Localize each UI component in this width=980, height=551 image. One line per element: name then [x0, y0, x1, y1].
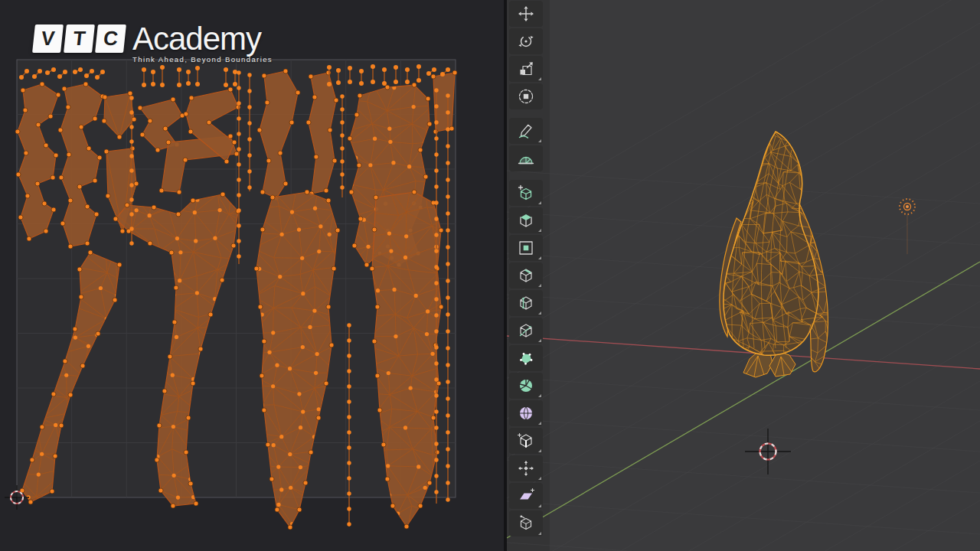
- rip-region-icon: [517, 514, 535, 533]
- tool-options-corner: [538, 339, 541, 342]
- tool-knife[interactable]: [509, 318, 543, 344]
- tool-inset[interactable]: [509, 235, 543, 261]
- shrink-fatten-icon: [517, 459, 535, 478]
- tool-loop-cut[interactable]: [509, 290, 543, 316]
- add-cube-icon: [517, 184, 535, 202]
- 3d-viewport-canvas[interactable]: [505, 0, 980, 551]
- tool-spin[interactable]: [509, 373, 543, 399]
- tool-move[interactable]: [509, 1, 543, 27]
- tool-options-corner: [538, 256, 541, 259]
- tool-extrude[interactable]: [509, 207, 543, 233]
- tool-annotate[interactable]: [509, 118, 543, 144]
- tool-options-corner: [538, 449, 541, 452]
- toolbar: [509, 1, 543, 538]
- tool-options-corner: [538, 77, 541, 80]
- tool-options-corner: [538, 477, 541, 480]
- editor-separator[interactable]: [504, 0, 507, 551]
- knife-icon: [517, 321, 535, 340]
- tool-options-corner: [538, 284, 541, 287]
- logo-letter-v: V: [32, 24, 64, 53]
- scale-icon: [517, 60, 535, 78]
- tool-options-corner: [538, 229, 541, 232]
- logo-brand-wrap: Academy Think Ahead, Beyond Boundaries: [132, 24, 273, 64]
- tool-options-corner: [538, 504, 541, 507]
- logo-tagline: Think Ahead, Beyond Boundaries: [132, 55, 273, 64]
- transform-icon: [517, 87, 535, 106]
- tool-shear[interactable]: [509, 483, 543, 509]
- blender-workspace: V T C Academy Think Ahead, Beyond Bounda…: [0, 0, 980, 551]
- bevel-icon: [517, 266, 535, 285]
- tool-options-corner: [538, 532, 541, 535]
- shear-icon: [517, 487, 535, 505]
- inset-icon: [517, 239, 535, 257]
- logo-letter-c: C: [95, 24, 126, 53]
- tool-options-corner: [538, 394, 541, 397]
- tool-add-cube[interactable]: [509, 180, 543, 206]
- measure-icon: [517, 149, 535, 168]
- extrude-icon: [517, 211, 535, 230]
- tool-rotate[interactable]: [509, 28, 543, 54]
- logo-letter-t: T: [64, 24, 95, 53]
- tool-options-corner: [538, 201, 541, 204]
- tool-bevel[interactable]: [509, 262, 543, 289]
- tool-options-corner: [538, 311, 541, 315]
- tool-options-corner: [538, 422, 541, 425]
- tool-scale[interactable]: [509, 56, 543, 82]
- tool-transform[interactable]: [509, 83, 543, 109]
- vtc-academy-logo: V T C Academy Think Ahead, Beyond Bounda…: [34, 24, 273, 64]
- logo-brand-text: Academy: [132, 24, 273, 53]
- tool-measure[interactable]: [509, 145, 543, 171]
- spin-icon: [517, 377, 535, 395]
- workspace-canvas[interactable]: [0, 0, 980, 551]
- annotate-icon: [517, 122, 535, 140]
- move-icon: [517, 5, 535, 23]
- uv-editor-canvas[interactable]: [0, 0, 505, 551]
- poly-build-icon: [517, 349, 535, 367]
- loop-cut-icon: [517, 294, 535, 312]
- logo-letter-boxes: V T C: [34, 24, 128, 53]
- tool-rip-region[interactable]: [509, 510, 543, 536]
- tool-options-corner: [538, 139, 541, 142]
- edge-slide-icon: [517, 432, 535, 450]
- tool-smooth[interactable]: [509, 400, 543, 426]
- rotate-icon: [517, 32, 535, 51]
- tool-shrink-fatten[interactable]: [509, 455, 543, 481]
- tool-poly-build[interactable]: [509, 345, 543, 371]
- smooth-icon: [517, 404, 535, 422]
- tool-edge-slide[interactable]: [509, 428, 543, 454]
